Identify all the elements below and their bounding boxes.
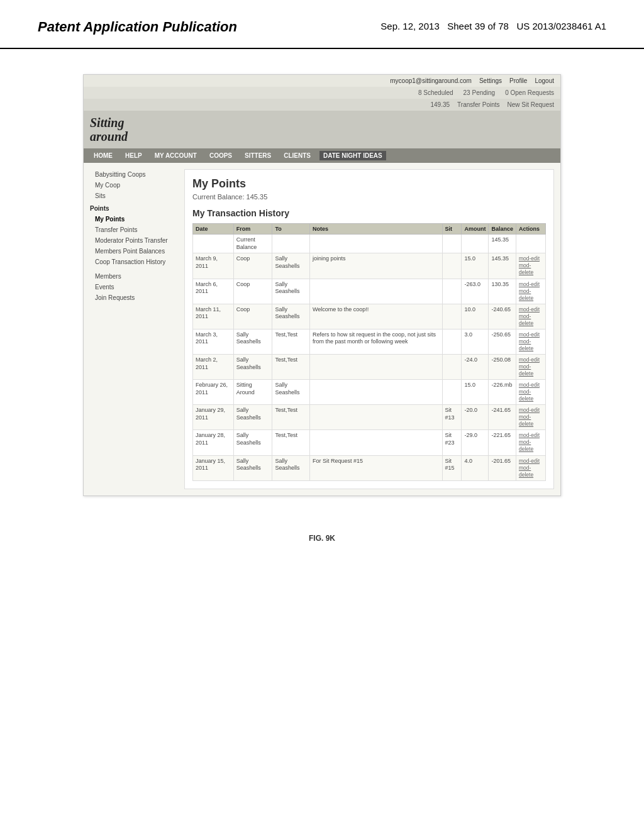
- nav-sitters[interactable]: SITTERS: [241, 151, 275, 160]
- logout-link[interactable]: Logout: [535, 77, 554, 84]
- sidebar-item-events[interactable]: Events: [90, 282, 178, 292]
- cell-balance: -221.65: [489, 430, 516, 455]
- cell-balance: -201.65: [489, 455, 516, 480]
- sidebar-item-moderator-points-transfer[interactable]: Moderator Points Transfer: [90, 235, 178, 246]
- col-sit: Sit: [442, 224, 462, 235]
- action-link[interactable]: mod-delete: [519, 414, 533, 427]
- profile-link[interactable]: Profile: [509, 77, 527, 84]
- cell-date: January 28, 2011: [193, 430, 234, 455]
- sidebar-item-my-points[interactable]: My Points: [90, 214, 178, 224]
- cell-date: March 3, 2011: [193, 329, 234, 354]
- new-sit-link[interactable]: New Sit Request: [508, 101, 554, 108]
- cell-balance: 130.35: [489, 279, 516, 304]
- action-link[interactable]: mod-delete: [519, 465, 533, 478]
- cell-from: Sally Seashells: [233, 455, 272, 480]
- action-link[interactable]: mod-edit: [519, 407, 540, 413]
- sidebar-item-members-point-balances[interactable]: Members Point Balances: [90, 246, 178, 257]
- cell-to: [272, 235, 310, 253]
- sidebar-item-coop-transaction-history[interactable]: Coop Transaction History: [90, 257, 178, 267]
- action-link[interactable]: mod-edit: [519, 432, 540, 438]
- action-link[interactable]: mod-edit: [519, 281, 540, 287]
- nav-my-account[interactable]: MY ACCOUNT: [151, 151, 201, 160]
- patent-sheet: Sheet 39 of 78: [447, 21, 509, 31]
- sidebar-item-join-requests[interactable]: Join Requests: [90, 292, 178, 303]
- action-link[interactable]: mod-edit: [519, 331, 540, 338]
- sidebar-item-my-coop[interactable]: My Coop: [90, 180, 178, 191]
- sidebar-item-babysitting-coops[interactable]: Babysitting Coops: [90, 169, 178, 180]
- logo-line2: around: [90, 130, 140, 143]
- cell-date: February 26, 2011: [193, 380, 234, 405]
- cell-from: Coop: [233, 253, 272, 279]
- cell-balance: -240.65: [489, 304, 516, 329]
- nav-coops[interactable]: COOPS: [206, 151, 236, 160]
- cell-notes: For Sit Request #15: [309, 455, 442, 480]
- cell-from: Sally Seashells: [233, 329, 272, 354]
- table-row: March 9, 2011 Coop Sally Seashells joini…: [193, 253, 546, 279]
- sidebar-section-top: Babysitting Coops My Coop Sits: [90, 169, 178, 201]
- action-link[interactable]: mod-delete: [519, 288, 533, 301]
- col-amount: Amount: [462, 224, 489, 235]
- col-actions: Actions: [516, 224, 545, 235]
- cell-from: Sally Seashells: [233, 354, 272, 379]
- cell-amount: 3.0: [462, 329, 489, 354]
- cell-from: Coop: [233, 279, 272, 304]
- nav-home[interactable]: HOME: [90, 151, 116, 160]
- cell-balance: 145.35: [489, 235, 516, 253]
- cell-date: March 9, 2011: [193, 253, 234, 279]
- action-link[interactable]: mod-delete: [519, 363, 533, 377]
- cell-actions: mod-editmod-delete: [516, 380, 545, 405]
- patent-date: Sep. 12, 2013: [380, 21, 439, 31]
- nav-clients[interactable]: CLIENTS: [280, 151, 314, 160]
- cell-from: Sitting Around: [233, 380, 272, 405]
- cell-notes: [309, 405, 442, 430]
- pending-count[interactable]: 23 Pending: [464, 89, 496, 96]
- cell-from: Coop: [233, 304, 272, 329]
- scheduled-count[interactable]: 8 Scheduled: [418, 89, 453, 96]
- action-link[interactable]: mod-delete: [519, 313, 533, 326]
- cell-sit: [442, 235, 462, 253]
- transfer-points-link[interactable]: Transfer Points: [457, 101, 499, 108]
- action-link[interactable]: mod-edit: [519, 382, 540, 388]
- sidebar-item-members[interactable]: Members: [90, 271, 178, 282]
- balance-bar: 149.35 Transfer Points New Sit Request: [84, 99, 560, 111]
- cell-from: Sally Seashells: [233, 405, 272, 430]
- cell-balance: -241.65: [489, 405, 516, 430]
- cell-amount: -263.0: [462, 279, 489, 304]
- cell-amount: 10.0: [462, 304, 489, 329]
- action-link[interactable]: mod-delete: [519, 338, 533, 351]
- cell-sit: [442, 253, 462, 279]
- sidebar-item-transfer-points[interactable]: Transfer Points: [90, 224, 178, 235]
- sidebar-section-points: Points My Points Transfer Points Moderat…: [90, 205, 178, 267]
- cell-to: Test,Test: [272, 430, 310, 455]
- nav-help[interactable]: HELP: [121, 151, 146, 160]
- action-link[interactable]: mod-edit: [519, 306, 540, 313]
- table-row: January 29, 2011 Sally Seashells Test,Te…: [193, 405, 546, 430]
- action-link[interactable]: mod-edit: [519, 357, 540, 363]
- cell-sit: Sit #15: [442, 455, 462, 480]
- cell-notes: joining points: [309, 253, 442, 279]
- open-requests-count[interactable]: 0 Open Requests: [505, 89, 554, 96]
- current-balance: Current Balance: 145.35: [192, 193, 546, 201]
- action-link[interactable]: mod-edit: [519, 255, 540, 262]
- action-link[interactable]: mod-delete: [519, 439, 533, 452]
- settings-link[interactable]: Settings: [479, 77, 502, 84]
- action-link[interactable]: mod-delete: [519, 262, 533, 275]
- patent-meta: Sep. 12, 2013 Sheet 39 of 78 US 2013/023…: [380, 19, 606, 34]
- cell-actions: mod-editmod-delete: [516, 304, 545, 329]
- screenshot: mycoop1@sittingaround.com Settings Profi…: [83, 74, 561, 496]
- sidebar-item-sits[interactable]: Sits: [90, 191, 178, 201]
- cell-actions: mod-editmod-delete: [516, 430, 545, 455]
- cell-actions: mod-editmod-delete: [516, 253, 545, 279]
- cell-from: Current Balance: [233, 235, 272, 253]
- table-row: Current Balance 145.35: [193, 235, 546, 253]
- action-link[interactable]: mod-edit: [519, 458, 540, 464]
- figure-label: FIG. 9K: [0, 521, 644, 562]
- transaction-section-title: My Transaction History: [192, 208, 546, 218]
- top-bar: mycoop1@sittingaround.com Settings Profi…: [84, 75, 560, 87]
- cell-notes: Welcome to the coop!!: [309, 304, 442, 329]
- nav-date-night[interactable]: DATE NIGHT IDEAS: [319, 151, 386, 160]
- cell-notes: [309, 279, 442, 304]
- cell-sit: [442, 354, 462, 379]
- action-link[interactable]: mod-delete: [519, 389, 533, 402]
- page-title: My Points: [192, 177, 546, 191]
